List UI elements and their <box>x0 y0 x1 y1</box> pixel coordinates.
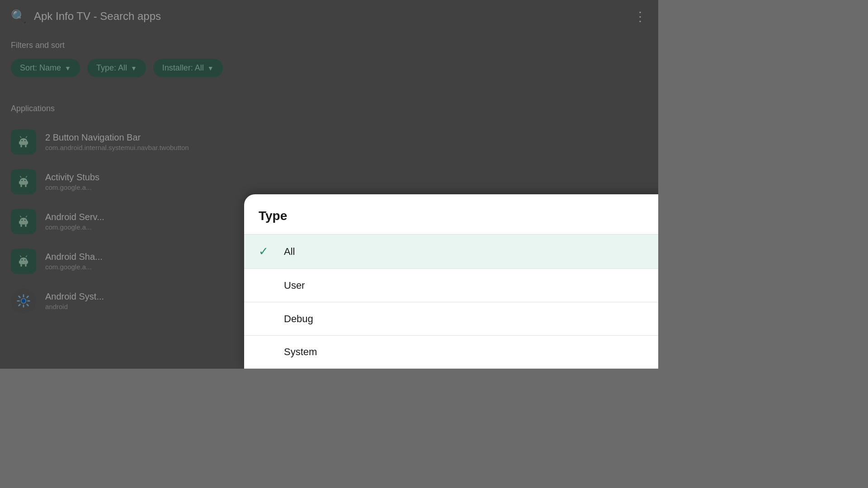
type-option-system[interactable]: System <box>244 335 658 369</box>
type-option-user[interactable]: User <box>244 268 658 302</box>
dialog-title: Type <box>244 209 658 234</box>
type-option-all[interactable]: ✓ All <box>244 234 658 268</box>
option-label-system: System <box>284 346 317 358</box>
type-dialog: Type ✓ All User Debug System <box>244 194 658 369</box>
option-label-debug: Debug <box>284 313 313 325</box>
checkmark-icon: ✓ <box>259 244 273 258</box>
type-option-debug[interactable]: Debug <box>244 302 658 335</box>
option-label-user: User <box>284 280 305 291</box>
option-label-all: All <box>284 246 295 258</box>
